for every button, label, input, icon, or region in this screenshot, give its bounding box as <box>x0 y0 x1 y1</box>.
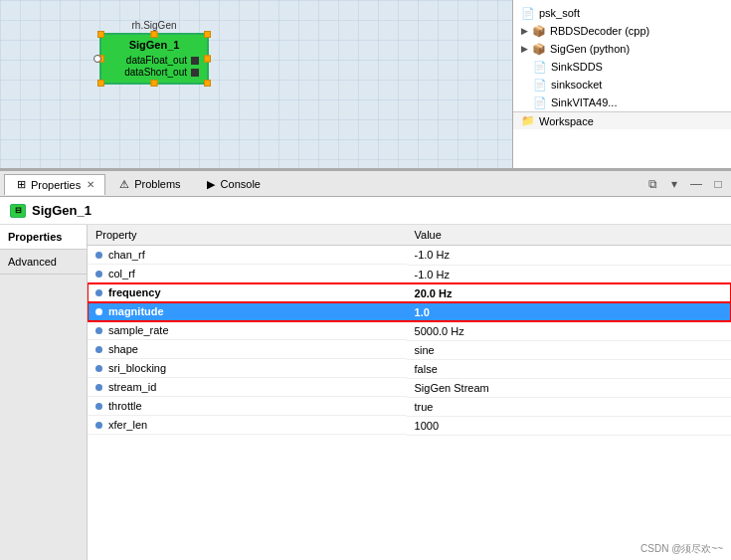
tab-problems-label: Problems <box>134 178 180 190</box>
table-row[interactable]: stream_idSigGen Stream <box>88 378 731 397</box>
canvas-workspace[interactable]: rh.SigGen SigGen_1 dataFloat_out <box>0 0 512 168</box>
prop-dot <box>95 252 102 259</box>
tab-console-label: Console <box>221 178 261 190</box>
prop-value: 1.0 <box>407 302 731 321</box>
col-header-value: Value <box>407 225 731 246</box>
open-button[interactable]: ⧉ <box>643 175 661 193</box>
console-icon: ▶ <box>205 178 217 190</box>
props-table-container[interactable]: Property Value chan_rf-1.0 Hzcol_rf-1.0 … <box>88 225 731 560</box>
sidebar-tab-advanced[interactable]: Advanced <box>0 250 87 275</box>
prop-name-cell: magnitude <box>88 302 407 321</box>
tree-item-psk-soft[interactable]: 📄 psk_soft <box>513 4 731 22</box>
port-indicator-2 <box>191 69 199 77</box>
col-header-property: Property <box>88 225 407 246</box>
prop-name-cell: stream_id <box>88 378 407 397</box>
prop-dot <box>95 289 102 296</box>
tree-item-label-sinksocket: sinksocket <box>551 79 602 91</box>
prop-value: 1000 <box>407 416 731 435</box>
tree-arrow-rbds: ▶ <box>521 26 528 36</box>
siggen-block-body[interactable]: SigGen_1 dataFloat_out dataShort_out <box>99 33 209 85</box>
workspace-label: Workspace <box>539 115 594 127</box>
props-table: Property Value chan_rf-1.0 Hzcol_rf-1.0 … <box>88 225 731 436</box>
prop-dot <box>95 346 102 353</box>
prop-name-cell: chan_rf <box>88 246 407 265</box>
port-indicator-1 <box>191 57 199 65</box>
tree-item-sinksocket[interactable]: 📄 sinksocket <box>513 76 731 93</box>
minimize-button[interactable]: — <box>687 175 705 193</box>
siggen-block[interactable]: rh.SigGen SigGen_1 dataFloat_out <box>99 20 209 85</box>
handle-tl <box>97 31 104 38</box>
table-row[interactable]: frequency20.0 Hz <box>88 283 731 302</box>
tree-item-siggen-py[interactable]: ▶ 📦 SigGen (python) <box>513 40 731 58</box>
file-icon: 📄 <box>521 6 535 20</box>
prop-name-cell: sri_blocking <box>88 359 407 378</box>
handle-bl <box>97 80 104 87</box>
handle-br <box>204 80 211 87</box>
component-title-row: ⊟ SigGen_1 <box>0 197 731 225</box>
prop-dot <box>95 327 102 334</box>
tab-properties-label: Properties <box>31 179 81 191</box>
file-icon-siggen: 📦 <box>532 42 546 56</box>
table-row[interactable]: sample_rate5000.0 Hz <box>88 321 731 340</box>
chevron-down-button[interactable]: ▾ <box>665 175 683 193</box>
prop-dot <box>95 384 102 391</box>
maximize-button[interactable]: □ <box>709 175 727 193</box>
tree-item-rbds[interactable]: ▶ 📦 RBDSDecoder (cpp) <box>513 22 731 40</box>
workspace-row: 📁 Workspace <box>513 111 731 129</box>
workspace-folder-icon: 📁 <box>521 114 535 127</box>
table-row[interactable]: shapesine <box>88 340 731 359</box>
table-row[interactable]: sri_blockingfalse <box>88 359 731 378</box>
siggen-port-2: dataShort_out <box>109 67 199 78</box>
tree-item-sinkvita[interactable]: 📄 SinkVITA49... <box>513 93 731 111</box>
siggen-block-label: rh.SigGen <box>99 20 209 31</box>
prop-dot <box>95 308 102 315</box>
bottom-panel: ⊞ Properties ✕ ⚠ Problems ▶ Console ⧉ ▾ … <box>0 169 731 560</box>
prop-name-cell: col_rf <box>88 265 407 283</box>
props-sidebar: Properties Advanced <box>0 225 88 560</box>
tree-item-label-sinkvita: SinkVITA49... <box>551 96 617 108</box>
tree-arrow-siggen: ▶ <box>521 44 528 54</box>
file-icon-rbds: 📦 <box>532 24 546 38</box>
prop-value: SigGen Stream <box>407 378 731 397</box>
file-icon-sinkvita: 📄 <box>533 95 547 109</box>
tab-problems[interactable]: ⚠ Problems <box>107 173 191 194</box>
file-icon-sinksocket: 📄 <box>533 78 547 92</box>
prop-value: 5000.0 Hz <box>407 321 731 340</box>
tab-close-x[interactable]: ✕ <box>87 179 94 190</box>
prop-value: false <box>407 359 731 378</box>
file-tree: 📄 psk_soft ▶ 📦 RBDSDecoder (cpp) ▶ 📦 Sig… <box>512 0 731 168</box>
prop-dot <box>95 422 102 429</box>
input-port <box>93 55 101 63</box>
handle-tm <box>151 31 158 38</box>
table-row[interactable]: magnitude1.0 <box>88 302 731 321</box>
handle-rm <box>204 56 211 63</box>
prop-value: -1.0 Hz <box>407 246 731 266</box>
handle-bm <box>151 80 158 87</box>
prop-name-cell: shape <box>88 340 407 359</box>
tab-properties[interactable]: ⊞ Properties ✕ <box>4 174 105 195</box>
prop-dot <box>95 403 102 410</box>
prop-value: true <box>407 397 731 416</box>
table-row[interactable]: throttletrue <box>88 397 731 416</box>
table-row[interactable]: chan_rf-1.0 Hz <box>88 246 731 266</box>
prop-name-cell: throttle <box>88 397 407 416</box>
tab-console[interactable]: ▶ Console <box>194 173 272 194</box>
problems-icon: ⚠ <box>118 178 130 190</box>
panel-tabs: ⊞ Properties ✕ ⚠ Problems ▶ Console ⧉ ▾ … <box>0 171 731 197</box>
canvas-area: rh.SigGen SigGen_1 dataFloat_out <box>0 0 731 169</box>
prop-name-cell: xfer_len <box>88 416 407 435</box>
tree-item-sink-sdds[interactable]: 📄 SinkSDDS <box>513 58 731 76</box>
siggen-port-1: dataFloat_out <box>109 55 199 66</box>
tree-item-label-sink: SinkSDDS <box>551 61 603 73</box>
table-row[interactable]: col_rf-1.0 Hz <box>88 265 731 283</box>
props-layout: Properties Advanced Property Value <box>0 225 731 560</box>
component-icon: ⊟ <box>10 204 26 218</box>
prop-value: 20.0 Hz <box>407 283 731 302</box>
tree-item-label: psk_soft <box>539 7 580 19</box>
siggen-title: SigGen_1 <box>109 39 199 51</box>
table-row[interactable]: xfer_len1000 <box>88 416 731 435</box>
file-icon-sink: 📄 <box>533 60 547 74</box>
sidebar-tab-properties[interactable]: Properties <box>0 225 87 250</box>
prop-dot <box>95 271 102 278</box>
tree-item-label-rbds: RBDSDecoder (cpp) <box>550 25 649 37</box>
